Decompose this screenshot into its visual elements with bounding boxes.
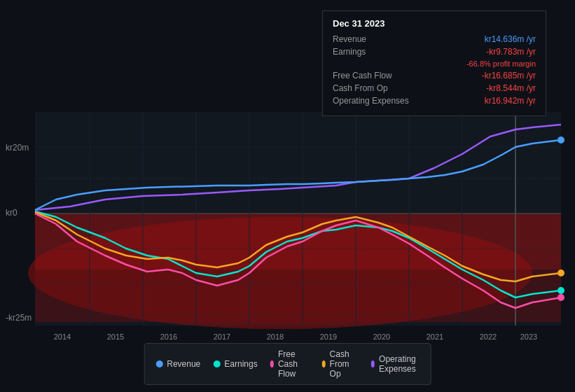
tooltip-label-fcf: Free Cash Flow [333, 71, 417, 80]
legend-dot-fcf [270, 360, 274, 368]
legend-dot-opex [371, 360, 375, 368]
tooltip-row-revenue: Revenue kr14.636m /yr [333, 34, 536, 44]
svg-text:2020: 2020 [373, 332, 390, 341]
legend-item-opex[interactable]: Operating Expenses [371, 349, 420, 379]
tooltip-label-opex: Operating Expenses [333, 96, 417, 106]
svg-point-22 [557, 136, 564, 144]
svg-text:kr20m: kr20m [6, 143, 29, 153]
legend-dot-earnings [213, 360, 220, 368]
svg-text:2018: 2018 [267, 332, 284, 341]
svg-text:2023: 2023 [520, 332, 537, 341]
svg-point-25 [557, 294, 564, 301]
svg-text:2019: 2019 [320, 332, 337, 341]
svg-text:2014: 2014 [54, 332, 71, 341]
legend-item-revenue[interactable]: Revenue [155, 349, 200, 379]
svg-text:kr0: kr0 [6, 208, 18, 218]
tooltip-value-cfo: -kr8.544m /yr [486, 83, 536, 93]
legend-item-fcf[interactable]: Free Cash Flow [270, 349, 310, 379]
tooltip-row-cfo: Cash From Op -kr8.544m /yr [333, 83, 536, 93]
legend-label-opex: Operating Expenses [379, 354, 420, 374]
tooltip-row-earnings: Earnings -kr9.783m /yr [333, 47, 536, 57]
tooltip-label-profit-margin [333, 59, 417, 68]
legend-dot-cfo [321, 360, 325, 368]
legend-label-revenue: Revenue [167, 359, 200, 369]
legend-item-cfo[interactable]: Cash From Op [321, 349, 358, 379]
legend-label-cfo: Cash From Op [330, 349, 359, 379]
legend: Revenue Earnings Free Cash Flow Cash Fro… [144, 343, 431, 385]
svg-text:2022: 2022 [480, 332, 497, 341]
chart-container: kr20m kr0 -kr25m 2014 2015 2016 2017 201… [0, 0, 575, 392]
svg-point-23 [557, 287, 564, 294]
tooltip-label-revenue: Revenue [333, 34, 417, 44]
tooltip-row-fcf: Free Cash Flow -kr16.685m /yr [333, 71, 536, 80]
legend-dot-revenue [155, 360, 162, 368]
tooltip-label-cfo: Cash From Op [333, 83, 417, 93]
tooltip-value-earnings: -kr9.783m /yr [486, 47, 536, 57]
tooltip-label-earnings: Earnings [333, 47, 417, 57]
legend-label-earnings: Earnings [224, 359, 257, 369]
svg-text:2015: 2015 [107, 332, 124, 341]
tooltip: Dec 31 2023 Revenue kr14.636m /yr Earnin… [322, 10, 546, 116]
svg-text:2017: 2017 [214, 332, 230, 341]
tooltip-row-opex: Operating Expenses kr16.942m /yr [333, 96, 536, 106]
tooltip-row-profit-margin: -66.8% profit margin [333, 59, 536, 68]
svg-point-24 [557, 270, 564, 276]
tooltip-value-revenue: kr14.636m /yr [485, 34, 536, 44]
svg-text:2016: 2016 [160, 332, 177, 341]
tooltip-value-fcf: -kr16.685m /yr [482, 71, 536, 80]
tooltip-value-opex: kr16.942m /yr [485, 96, 536, 106]
tooltip-title: Dec 31 2023 [333, 18, 536, 29]
tooltip-value-profit-margin: -66.8% profit margin [466, 59, 536, 68]
legend-item-earnings[interactable]: Earnings [213, 349, 257, 379]
legend-label-fcf: Free Cash Flow [278, 349, 309, 379]
svg-text:2021: 2021 [427, 332, 443, 341]
svg-text:-kr25m: -kr25m [6, 313, 32, 323]
